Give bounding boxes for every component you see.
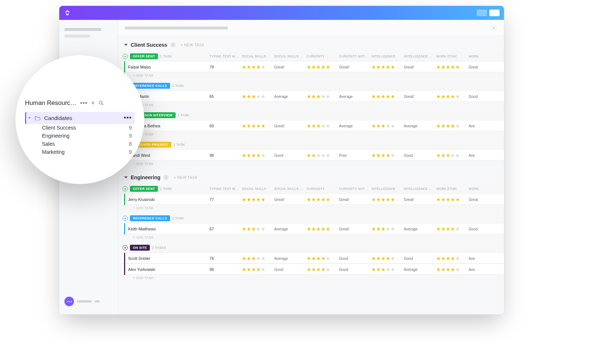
cell-work-ethic-notes-partial[interactable]: Ave: [469, 268, 491, 272]
new-task-link[interactable]: + NEW TASK: [174, 176, 198, 180]
cell-intelligence[interactable]: [371, 94, 404, 99]
cell-work-ethic[interactable]: [436, 65, 469, 69]
cell-intelligence-notes[interactable]: Average: [404, 227, 436, 231]
cell-work-ethic-notes-partial[interactable]: Ave: [469, 124, 491, 128]
cell-typing-wpm[interactable]: 98: [209, 153, 242, 158]
cell-curiosity-notes[interactable]: Great!: [339, 65, 371, 69]
group-title[interactable]: Client Success: [131, 42, 167, 48]
star-rating[interactable]: [371, 256, 404, 261]
star-rating[interactable]: [307, 256, 339, 261]
cell-social-notes[interactable]: Great!: [274, 65, 307, 69]
cell-work-ethic[interactable]: [436, 94, 469, 99]
settings-gear-icon[interactable]: [490, 24, 497, 32]
chat-icon[interactable]: [64, 297, 74, 306]
cell-typing-wpm[interactable]: 98: [209, 267, 242, 272]
cell-curiosity[interactable]: [307, 65, 339, 69]
star-rating[interactable]: [242, 227, 274, 231]
cell-intelligence[interactable]: [371, 65, 404, 69]
star-rating[interactable]: [371, 124, 404, 128]
star-rating[interactable]: [436, 65, 469, 69]
status-pill[interactable]: ON SITE: [130, 245, 150, 251]
status-pill[interactable]: OFFER SENT: [130, 53, 158, 59]
cell-intelligence-notes[interactable]: Great!: [404, 95, 436, 99]
task-row[interactable]: Faisal Malas 78 Great! Great! Great! Gre…: [122, 61, 504, 72]
sidebar-folder-candidates[interactable]: Candidates •••: [25, 112, 135, 124]
star-rating[interactable]: [371, 153, 404, 158]
star-rating[interactable]: [242, 267, 274, 272]
cell-typing-wpm[interactable]: 76: [209, 256, 242, 261]
cell-social-notes[interactable]: Great!: [274, 198, 307, 202]
star-rating[interactable]: [436, 256, 469, 261]
collapse-status-icon[interactable]: ▾: [123, 245, 128, 250]
cell-typing-wpm[interactable]: 67: [209, 227, 242, 231]
collapse-status-icon[interactable]: ▾: [123, 186, 128, 191]
star-rating[interactable]: [242, 65, 274, 69]
cell-curiosity[interactable]: [307, 197, 339, 202]
collapse-status-icon[interactable]: ▾: [123, 54, 128, 59]
star-rating[interactable]: [307, 124, 339, 128]
task-row[interactable]: Jerry Krusinski 77 Great! Great! Great! …: [122, 194, 504, 205]
task-row[interactable]: Zack Martin 65 Average Average Great! Go…: [122, 91, 504, 102]
star-rating[interactable]: [307, 227, 339, 231]
add-task-link[interactable]: + ADD TASK: [122, 234, 504, 241]
cell-social-skills[interactable]: [242, 153, 274, 158]
cell-curiosity-notes[interactable]: Good: [339, 268, 371, 272]
collapse-status-icon[interactable]: ▾: [123, 216, 128, 221]
add-task-link[interactable]: + ADD TASK: [122, 275, 504, 281]
star-rating[interactable]: [242, 153, 274, 158]
cell-social-skills[interactable]: [242, 94, 274, 99]
cell-intelligence-notes[interactable]: Good: [404, 153, 436, 158]
cell-curiosity[interactable]: [307, 124, 339, 128]
star-rating[interactable]: [436, 197, 469, 202]
info-icon[interactable]: i: [170, 42, 176, 47]
star-rating[interactable]: [242, 94, 274, 99]
cell-social-notes[interactable]: Good: [274, 153, 307, 158]
cell-curiosity[interactable]: [307, 256, 339, 261]
cell-curiosity-notes[interactable]: Good: [339, 257, 371, 261]
status-pill[interactable]: OFFER SENT: [130, 186, 158, 192]
cell-work-ethic-notes-partial[interactable]: Great: [469, 65, 491, 69]
cell-curiosity-notes[interactable]: Average: [339, 95, 371, 99]
cell-curiosity[interactable]: [307, 94, 339, 99]
star-rating[interactable]: [436, 124, 469, 128]
star-rating[interactable]: [436, 227, 469, 231]
task-row[interactable]: Brandi West 98 Good Poor Good Ave: [122, 149, 504, 160]
cell-intelligence[interactable]: [371, 197, 404, 202]
cell-curiosity-notes[interactable]: Great!: [339, 198, 371, 202]
cell-work-ethic[interactable]: [436, 227, 469, 231]
cell-social-skills[interactable]: [242, 256, 274, 261]
cell-intelligence[interactable]: [371, 256, 404, 261]
space-title[interactable]: Human Resourc…: [25, 99, 77, 107]
cell-typing-wpm[interactable]: 78: [209, 65, 242, 69]
star-rating[interactable]: [307, 94, 339, 99]
star-rating[interactable]: [242, 197, 274, 202]
cell-work-ethic[interactable]: [436, 153, 469, 158]
add-task-link[interactable]: + ADD TASK: [122, 160, 504, 167]
cell-typing-wpm[interactable]: 69: [209, 124, 242, 128]
search-icon[interactable]: [98, 100, 104, 106]
chevron-down-icon[interactable]: [124, 44, 128, 46]
sidebar-list-item[interactable]: Marketing9: [25, 149, 135, 155]
group-title[interactable]: Engineering: [131, 174, 161, 180]
cell-work-ethic-notes-partial[interactable]: Great: [469, 198, 491, 202]
cell-intelligence-notes[interactable]: Great!: [404, 65, 436, 69]
cell-social-skills[interactable]: [242, 124, 274, 128]
cell-work-ethic-notes-partial[interactable]: Ave: [469, 257, 491, 261]
cell-work-ethic[interactable]: [436, 124, 469, 128]
cell-intelligence-notes[interactable]: Good: [404, 257, 436, 261]
sidebar-list-item[interactable]: Client Success9: [25, 125, 135, 131]
cell-social-notes[interactable]: Average: [274, 95, 307, 99]
status-pill[interactable]: REFERENCE CALLS: [130, 215, 170, 221]
add-task-link[interactable]: + ADD TASK: [122, 131, 504, 138]
star-rating[interactable]: [371, 65, 404, 69]
cell-social-notes[interactable]: Average: [274, 227, 307, 231]
cell-intelligence-notes[interactable]: Great!: [404, 198, 436, 202]
star-rating[interactable]: [307, 153, 339, 158]
cell-curiosity-notes[interactable]: Poor: [339, 153, 371, 158]
star-rating[interactable]: [436, 267, 469, 272]
add-task-link[interactable]: + ADD TASK: [122, 72, 504, 79]
task-row[interactable]: Alex Yurkowski 98 Good Good Average Ave: [122, 264, 504, 275]
cell-work-ethic-notes-partial[interactable]: Good: [469, 95, 491, 99]
cell-curiosity-notes[interactable]: Great!: [339, 227, 371, 231]
star-rating[interactable]: [436, 153, 469, 158]
